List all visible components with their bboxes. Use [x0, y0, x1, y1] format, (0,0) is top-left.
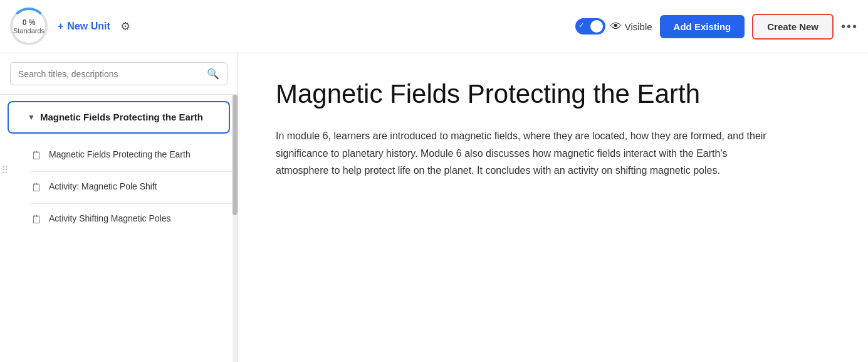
create-new-button[interactable]: Create New — [752, 14, 834, 40]
unit-item[interactable]: ▼ Magnetic Fields Protecting the Earth — [8, 101, 230, 134]
scrollbar-thumb[interactable] — [233, 95, 238, 215]
top-bar-right: ✓ 👁 Visible Add Existing Create New ••• — [575, 14, 858, 40]
search-icon: 🔍 — [207, 68, 219, 80]
settings-button[interactable]: ⚙ — [120, 19, 130, 33]
plus-icon: + — [58, 21, 63, 32]
standards-label: Standards — [13, 27, 44, 35]
list-item[interactable]: 🗒 Activity: Magnetic Pole Shift — [31, 172, 238, 204]
unit-title: Magnetic Fields Protecting the Earth — [40, 111, 203, 124]
sub-item-title: Magnetic Fields Protecting the Earth — [49, 149, 191, 161]
top-bar-left: 0 % Standards + New Unit ⚙ — [10, 8, 130, 45]
ellipsis-icon: ••• — [841, 19, 858, 33]
eye-icon: 👁 — [610, 20, 622, 33]
list-item[interactable]: 🗒 Magnetic Fields Protecting the Earth — [31, 140, 238, 172]
sub-item-title: Activity: Magnetic Pole Shift — [49, 181, 157, 193]
content-title: Magnetic Fields Protecting the Earth — [276, 78, 830, 110]
check-icon: ✓ — [578, 21, 584, 29]
add-existing-label: Add Existing — [674, 21, 731, 32]
search-box: 🔍 — [10, 62, 227, 85]
chevron-down-icon: ▼ — [28, 113, 35, 122]
visible-text: Visible — [625, 21, 652, 32]
content-area: Magnetic Fields Protecting the Earth In … — [238, 53, 868, 362]
sidebar: 🔍 ⠿ ▼ Magnetic Fields Protecting the Ear… — [0, 53, 238, 362]
top-bar: 0 % Standards + New Unit ⚙ ✓ 👁 Visible A… — [0, 0, 868, 53]
content-body: In module 6, learners are introduced to … — [276, 127, 777, 179]
document-icon: 🗒 — [31, 149, 43, 162]
list-item[interactable]: 🗒 Activity Shifting Magnetic Poles — [31, 204, 238, 235]
main-layout: 🔍 ⠿ ▼ Magnetic Fields Protecting the Ear… — [0, 53, 868, 362]
standards-pct: 0 % — [23, 18, 36, 27]
document-icon: 🗒 — [31, 213, 43, 226]
gear-icon: ⚙ — [120, 20, 130, 33]
visible-label: 👁 Visible — [610, 20, 652, 33]
new-unit-button[interactable]: + New Unit — [58, 21, 110, 32]
standards-circle: 0 % Standards — [10, 8, 48, 45]
new-unit-label: New Unit — [67, 21, 110, 32]
more-options-button[interactable]: ••• — [841, 19, 858, 34]
add-existing-button[interactable]: Add Existing — [660, 15, 745, 38]
document-icon: 🗒 — [31, 181, 43, 194]
toggle-area: ✓ 👁 Visible — [575, 18, 652, 35]
sub-items-list: 🗒 Magnetic Fields Protecting the Earth 🗒… — [0, 140, 238, 235]
sidebar-content: ⠿ ▼ Magnetic Fields Protecting the Earth… — [0, 95, 238, 362]
drag-handle[interactable]: ⠿ — [0, 162, 10, 179]
visible-toggle[interactable]: ✓ — [575, 18, 605, 35]
sidebar-header: 🔍 — [0, 53, 238, 95]
sub-item-title: Activity Shifting Magnetic Poles — [49, 213, 171, 225]
scrollbar-track — [233, 95, 238, 362]
search-input[interactable] — [18, 69, 202, 79]
create-new-label: Create New — [767, 21, 818, 32]
